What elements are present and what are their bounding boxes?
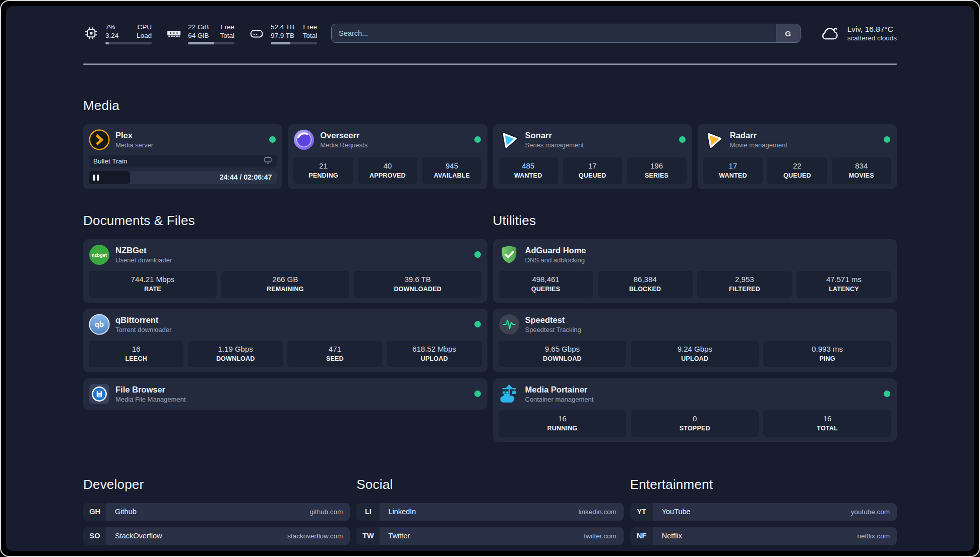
nzbget-card: nzbget NZBGet Usenet downloader 744.21 M… <box>83 239 487 303</box>
link-url: netflix.com <box>857 532 890 540</box>
stackoverflow-tag: SO <box>83 527 106 545</box>
overseerr-name: Overseerr <box>320 130 368 140</box>
linkedin-tag: LI <box>356 503 380 521</box>
stat-wanted: 17WANTED <box>703 157 763 184</box>
plex-session-row: Bullet Train <box>89 155 277 168</box>
adguard-name: AdGuard Home <box>525 245 586 255</box>
dashboard-panel: 7%CPU 3.24Load <box>6 6 974 551</box>
twitter-tag: TW <box>356 527 380 545</box>
plex-icon <box>89 129 110 150</box>
stat-available: 945AVAILABLE <box>422 157 481 184</box>
ram-total-label: Total <box>220 31 234 40</box>
search-input[interactable] <box>331 24 801 43</box>
ram-icon <box>166 25 182 41</box>
stat-remaining: 266 GBREMAINING <box>221 271 349 298</box>
ram-stat: 22 GiBFree 64 GiBTotal <box>166 23 234 44</box>
link-linkedin[interactable]: LI LinkedIn linkedin.com <box>356 503 623 521</box>
link-url: github.com <box>310 508 343 516</box>
adguard-description: DNS and adblocking <box>525 256 586 264</box>
plex-progress-row: 24:44 / 02:06:47 <box>89 171 277 184</box>
entertainment-section-title: Entertainment <box>630 477 897 492</box>
nzbget-app-link[interactable]: nzbget NZBGet Usenet downloader <box>89 244 482 265</box>
search-bar: G <box>331 24 801 43</box>
filebrowser-description: Media File Management <box>115 395 186 404</box>
session-device-icon <box>264 156 272 166</box>
filebrowser-card: File Browser Media File Management <box>83 378 487 410</box>
link-name: YouTube <box>662 508 691 516</box>
window-frame: 7%CPU 3.24Load <box>0 0 980 557</box>
sonarr-name: Sonarr <box>525 130 584 140</box>
google-search-button[interactable]: G <box>776 24 800 42</box>
system-stats: 7%CPU 3.24Load <box>83 23 317 44</box>
cloud-icon <box>819 25 841 42</box>
nzbget-status-dot <box>474 251 481 258</box>
portainer-status-dot <box>884 391 890 397</box>
nzbget-icon: nzbget <box>89 244 110 265</box>
speedtest-app-link[interactable]: Speedtest Speedtest Tracking <box>499 314 892 335</box>
adguard-card: AdGuard Home DNS and adblocking 498,461Q… <box>493 239 897 303</box>
link-url: linkedin.com <box>579 508 617 516</box>
filebrowser-name: File Browser <box>115 384 186 395</box>
cpu-icon <box>83 25 99 41</box>
section-documents: Documents & Files nzbget NZBGet Usenet d… <box>83 202 487 410</box>
disk-total-label: Total <box>302 31 317 40</box>
sonarr-app-link[interactable]: Sonarr Series management <box>499 129 687 150</box>
top-bar: 7%CPU 3.24Load <box>83 21 897 45</box>
link-youtube[interactable]: YT YouTube youtube.com <box>630 503 897 521</box>
plex-status-dot <box>269 136 276 143</box>
stat-download: 9.65 GbpsDOWNLOAD <box>499 341 627 367</box>
sonarr-description: Series management <box>525 141 584 149</box>
weather-condition: scattered clouds <box>847 34 897 43</box>
link-name: StackOverflow <box>115 532 162 540</box>
qbittorrent-app-link[interactable]: qb qBittorrent Torrent downloader <box>89 314 482 335</box>
link-name: Github <box>115 508 137 516</box>
header-divider <box>83 64 897 65</box>
portainer-app-link[interactable]: Media Portainer Container management <box>499 383 892 405</box>
speedtest-description: Speedtest Tracking <box>525 325 581 334</box>
link-name: Twitter <box>388 532 410 540</box>
cpu-usage: 7% <box>105 23 115 31</box>
link-url: youtube.com <box>851 508 890 516</box>
radarr-status-dot <box>884 136 890 143</box>
radarr-description: Movie management <box>730 141 787 149</box>
pause-button[interactable] <box>93 175 99 181</box>
stat-upload: 9.24 GbpsUPLOAD <box>631 341 759 367</box>
weather-location: Lviv, 16.87°C <box>847 24 897 34</box>
section-utilities: Utilities AdGuard Home DNS and adblockin… <box>493 202 897 442</box>
speedtest-name: Speedtest <box>525 315 581 325</box>
ram-free: 22 GiB <box>188 23 209 31</box>
stat-wanted: 485WANTED <box>499 157 558 184</box>
radarr-card: Radarr Movie management 17WANTED 22QUEUE… <box>698 124 897 189</box>
adguard-app-link[interactable]: AdGuard Home DNS and adblocking <box>499 244 892 265</box>
link-twitter[interactable]: TW Twitter twitter.com <box>356 527 623 545</box>
portainer-crane-icon <box>499 383 520 405</box>
media-section-title: Media <box>83 98 897 113</box>
link-netflix[interactable]: NF Netflix netflix.com <box>630 527 897 545</box>
link-url: twitter.com <box>584 532 617 540</box>
radarr-app-link[interactable]: Radarr Movie management <box>703 129 891 150</box>
radarr-icon <box>703 129 724 150</box>
plex-app-link[interactable]: Plex Media server <box>89 129 277 150</box>
stat-blocked: 86,384BLOCKED <box>598 271 693 298</box>
radarr-name: Radarr <box>730 130 787 140</box>
stat-upload: 618.52 MbpsUPLOAD <box>387 341 481 367</box>
qbittorrent-icon: qb <box>89 314 110 335</box>
link-stackoverflow[interactable]: SO StackOverflow stackoverflow.com <box>83 527 350 545</box>
overseerr-description: Media Requests <box>320 141 368 149</box>
section-social: Social LI LinkedIn linkedin.com TW Twitt… <box>356 466 623 551</box>
link-github[interactable]: GH Github github.com <box>83 503 350 521</box>
filebrowser-app-link[interactable]: File Browser Media File Management <box>89 383 482 405</box>
overseerr-card: Overseerr Media Requests 21PENDING 40APP… <box>288 124 487 189</box>
overseerr-app-link[interactable]: Overseerr Media Requests <box>293 129 481 150</box>
github-tag: GH <box>83 503 106 521</box>
ram-free-label: Free <box>220 23 234 31</box>
stat-filtered: 2,953FILTERED <box>697 271 792 298</box>
documents-section-title: Documents & Files <box>83 213 487 228</box>
portainer-name: Media Portainer <box>525 384 594 395</box>
disk-free-label: Free <box>303 23 317 31</box>
stat-rate: 744.21 MbpsRATE <box>89 271 217 298</box>
link-name: Netflix <box>662 532 682 540</box>
stat-stopped: 0STOPPED <box>631 410 759 437</box>
stat-queued: 22QUEUED <box>767 157 827 184</box>
ram-total: 64 GiB <box>188 31 209 40</box>
